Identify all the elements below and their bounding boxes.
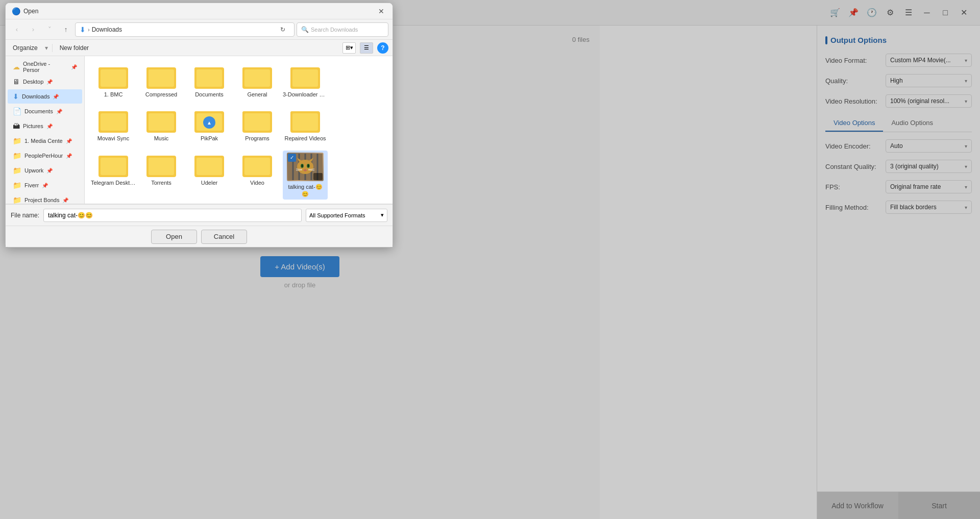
sidebar-item-documents[interactable]: 📄 Documents 📌: [8, 104, 82, 118]
folder-icon: 📁: [13, 181, 21, 189]
list-item-video[interactable]: ✓: [283, 151, 328, 200]
dialog-sidebar: ☁ OneDrive - Persor 📌 🖥 Desktop 📌 ⬇ Down…: [6, 56, 85, 204]
folder-icon: [194, 154, 224, 177]
folder-icon: [99, 65, 128, 89]
folder-icon: [146, 154, 176, 177]
dialog-bottom: File name: All Supported Formats ▾ Open …: [6, 204, 393, 247]
list-item[interactable]: Repaired Videos: [283, 106, 328, 145]
back-button[interactable]: ‹: [10, 22, 24, 37]
forward-button[interactable]: ›: [26, 22, 40, 37]
folder-icon: [194, 65, 224, 89]
dialog-overlay: 🔵 Open ✕ ‹ › ˅ ↑ ⬇ › Downloads ↻ 🔍 Searc…: [0, 0, 980, 519]
recent-button[interactable]: ˅: [42, 22, 57, 37]
sidebar-item-projectbonds[interactable]: 📁 Project Bonds 📌: [8, 193, 82, 204]
folder-icon: [146, 109, 176, 133]
format-dropdown[interactable]: All Supported Formats ▾: [306, 209, 387, 222]
list-item[interactable]: 1. BMC: [91, 62, 136, 101]
open-button[interactable]: Open: [151, 230, 197, 244]
breadcrumb-folder-icon: ⬇: [80, 26, 86, 34]
filename-input[interactable]: [43, 209, 302, 222]
search-icon: 🔍: [301, 26, 309, 33]
pin-indicator: 📌: [71, 64, 77, 70]
sidebar-item-desktop[interactable]: 🖥 Desktop 📌: [8, 75, 82, 89]
dialog-toolbar: Organize ▾ New folder ⊞▾ ☰ ?: [6, 40, 393, 56]
file-dialog: 🔵 Open ✕ ‹ › ˅ ↑ ⬇ › Downloads ↻ 🔍 Searc…: [5, 3, 393, 248]
svg-point-6: [297, 160, 313, 174]
pin-indicator: 📌: [62, 197, 68, 203]
svg-point-12: [308, 164, 309, 167]
dialog-actions: Open Cancel: [6, 226, 393, 247]
list-item[interactable]: Movavi Sync: [91, 106, 136, 145]
folder-icon: [290, 109, 320, 133]
video-bars-icon: [313, 173, 323, 180]
details-view-button[interactable]: ☰: [360, 42, 373, 54]
organize-button[interactable]: Organize: [10, 43, 41, 53]
sidebar-item-upwork[interactable]: 📁 Upwork 📌: [8, 163, 82, 178]
pin-indicator: 📌: [46, 168, 53, 174]
check-icon: ✓: [288, 154, 296, 162]
files-row-2: Movavi Sync Music: [89, 104, 388, 147]
list-item[interactable]: Video: [235, 151, 280, 200]
list-item[interactable]: 3-Downloader Files: [283, 62, 328, 101]
sidebar-item-media[interactable]: 📁 1. Media Cente 📌: [8, 134, 82, 148]
list-item[interactable]: Torrents: [139, 151, 184, 200]
pin-indicator: 📌: [56, 109, 62, 114]
list-item[interactable]: Programs: [235, 106, 280, 145]
pin-indicator: 📌: [46, 123, 53, 129]
cancel-button[interactable]: Cancel: [201, 230, 247, 244]
folder-icon: 📁: [13, 196, 21, 204]
list-item[interactable]: Telegram Desktop: [91, 151, 136, 200]
list-item[interactable]: Documents: [187, 62, 232, 101]
pin-indicator: 📌: [46, 79, 53, 85]
sidebar-item-fiverr[interactable]: 📁 Fiverr 📌: [8, 178, 82, 192]
dialog-titlebar: 🔵 Open ✕: [6, 3, 393, 19]
pin-indicator: 📌: [66, 138, 72, 144]
dialog-files: 1. BMC Compressed: [85, 56, 393, 204]
up-button[interactable]: ↑: [59, 22, 73, 37]
sidebar-item-peopleperhour[interactable]: 📁 PeoplePerHour 📌: [8, 149, 82, 163]
search-bar: 🔍 Search Downloads: [297, 22, 388, 37]
folder-icon: [242, 65, 272, 89]
downloads-icon: ⬇: [13, 92, 19, 101]
chevron-down-icon: ▾: [381, 212, 384, 218]
list-item[interactable]: Music: [139, 106, 184, 145]
filename-label: File name:: [11, 212, 39, 219]
filename-bar: File name: All Supported Formats ▾: [6, 204, 393, 226]
list-item[interactable]: Compressed: [139, 62, 184, 101]
video-thumbnail: ✓: [287, 153, 324, 181]
folder-icon: [242, 154, 272, 177]
files-row-3: Telegram Desktop Torrents: [89, 149, 388, 202]
list-item[interactable]: Udeler: [187, 151, 232, 200]
list-item[interactable]: ▲ PikPak: [187, 106, 232, 145]
pin-indicator: 📌: [53, 94, 59, 100]
sidebar-item-downloads[interactable]: ⬇ Downloads 📌: [8, 89, 82, 104]
folder-icon: ▲: [194, 109, 224, 133]
onedrive-icon: ☁: [13, 63, 20, 71]
list-item[interactable]: General: [235, 62, 280, 101]
desktop-icon: 🖥: [13, 78, 20, 86]
folder-icon: 📁: [13, 166, 21, 175]
folder-icon: [146, 65, 176, 89]
folder-icon: [99, 154, 128, 177]
pin-indicator: 📌: [42, 183, 48, 188]
sidebar-item-pictures[interactable]: 🏔 Pictures 📌: [8, 119, 82, 133]
pin-indicator: 📌: [66, 153, 72, 159]
folder-icon: [290, 65, 320, 89]
folder-icon: [99, 109, 128, 133]
dialog-navbar: ‹ › ˅ ↑ ⬇ › Downloads ↻ 🔍 Search Downloa…: [6, 19, 393, 40]
breadcrumb: ⬇ › Downloads ↻: [75, 22, 295, 37]
folder-icon: 📁: [13, 152, 21, 160]
dialog-title: Open: [23, 8, 376, 15]
dialog-close-button[interactable]: ✕: [376, 6, 386, 16]
folder-icon: 📁: [13, 137, 21, 145]
sidebar-item-onedrive[interactable]: ☁ OneDrive - Persor 📌: [8, 60, 82, 74]
folder-icon: [242, 109, 272, 133]
svg-point-11: [302, 164, 303, 167]
refresh-button[interactable]: ↻: [276, 22, 290, 37]
pictures-icon: 🏔: [13, 122, 20, 130]
view-toggle-button[interactable]: ⊞▾: [342, 42, 356, 54]
files-row-1: 1. BMC Compressed: [89, 60, 388, 103]
documents-icon: 📄: [13, 107, 21, 115]
new-folder-button[interactable]: New folder: [57, 43, 92, 53]
help-button[interactable]: ?: [377, 42, 388, 54]
